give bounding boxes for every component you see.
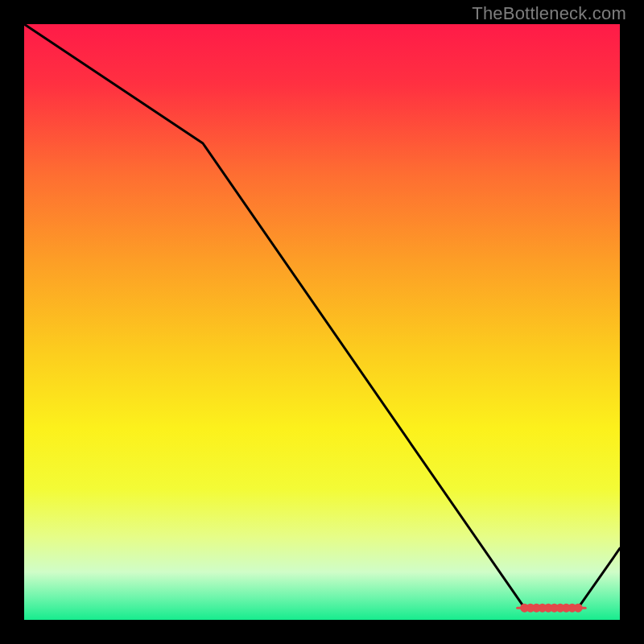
bottleneck-chart [24, 24, 620, 620]
optimal-range-markers [518, 604, 586, 613]
credit-label: TheBottleneck.com [472, 3, 626, 24]
chart-frame: TheBottleneck.com [0, 0, 644, 644]
chart-background-gradient [24, 24, 620, 620]
plot-area [24, 24, 620, 620]
